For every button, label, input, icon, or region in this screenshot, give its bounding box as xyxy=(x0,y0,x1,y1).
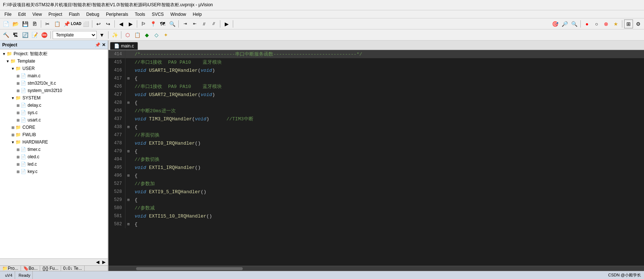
save-all-btn[interactable]: 🖹 xyxy=(30,20,39,28)
line-code-581[interactable]: void EXTI15_10_IRQHandler() xyxy=(132,212,644,220)
copy2-btn[interactable]: 📋 xyxy=(133,31,142,39)
expand-fwlib[interactable]: ⊞ xyxy=(10,133,15,137)
tree-delay-c[interactable]: ⊞ 📄 delay.c xyxy=(0,102,108,109)
expand-main-c[interactable]: ⊞ xyxy=(15,74,21,78)
expand-timer[interactable]: ⊞ xyxy=(15,148,21,152)
run-btn[interactable]: ▶ xyxy=(222,20,231,28)
expand-led[interactable]: ⊞ xyxy=(15,162,21,166)
line-expand-496[interactable]: ⊞ xyxy=(125,172,132,180)
save-btn[interactable]: 💾 xyxy=(21,20,29,28)
line-code-415[interactable]: //串口1接收 PA9 PA10 蓝牙模块 xyxy=(132,58,644,66)
uncomment-btn[interactable]: // xyxy=(209,20,218,28)
line-expand-428[interactable]: ⊞ xyxy=(125,99,132,107)
grid-view-btn[interactable]: ⊞ xyxy=(624,20,633,28)
tree-system-folder[interactable]: ▼ 📁 SYSTEM xyxy=(0,94,108,102)
new-file-btn[interactable]: 📄 xyxy=(1,20,10,28)
expand-stm32f10x[interactable]: ⊞ xyxy=(15,81,21,85)
scroll-track[interactable] xyxy=(109,267,643,270)
tree-main-c[interactable]: ⊞ 📄 main.c xyxy=(0,72,108,80)
bottom-tab-bo[interactable]: 🔖 Bo... xyxy=(21,266,40,271)
code-content[interactable]: 414 /*---------------------------------串… xyxy=(108,50,644,266)
line-code-529[interactable]: { xyxy=(132,196,644,204)
hex-btn[interactable]: ⬡ xyxy=(123,31,132,39)
cut-btn[interactable]: ✂ xyxy=(43,20,52,28)
redo-btn[interactable]: ↪ xyxy=(104,20,113,28)
btn10[interactable]: 🔍 xyxy=(168,20,177,28)
flag-btn[interactable]: 🏳 xyxy=(139,20,148,28)
tree-template[interactable]: ▼ 📁 Template xyxy=(0,57,108,65)
stop-btn[interactable]: ⛔ xyxy=(40,31,49,39)
tree-hardware-folder[interactable]: ▼ 📁 HARDWARE xyxy=(0,138,108,146)
bottom-tab-pro[interactable]: 📁 Pro... xyxy=(0,266,21,271)
line-code-427[interactable]: void USART2_IRQHandler(void) xyxy=(132,91,644,99)
line-code-416[interactable]: void USART1_IRQHandler(void) xyxy=(132,66,644,74)
line-code-527[interactable]: //参数加 xyxy=(132,180,644,188)
line-code-494[interactable]: //参数切换 xyxy=(132,155,644,163)
expand-sys[interactable]: ⊞ xyxy=(15,111,21,115)
menu-item-window[interactable]: Window xyxy=(167,11,189,18)
menu-item-help[interactable]: Help xyxy=(190,11,205,18)
inspect-btn[interactable]: 🔎 xyxy=(560,20,569,28)
tab-main-c[interactable]: 📄 main.c xyxy=(110,42,138,50)
line-code-436[interactable]: //中断20ms进一次 xyxy=(132,107,644,115)
red-x[interactable]: ⊗ xyxy=(602,20,611,28)
scroll-thumb[interactable] xyxy=(136,267,243,270)
tree-system-stm32[interactable]: ⊞ 📄 system_stm32f10 xyxy=(0,87,108,94)
line-expand-417[interactable]: ⊞ xyxy=(125,74,132,82)
btn5[interactable]: ⬜ xyxy=(81,20,90,28)
load-btn[interactable]: LOAD xyxy=(72,20,81,28)
expand-project-root[interactable]: ▼ xyxy=(1,52,7,56)
back-btn[interactable]: ◀ xyxy=(117,20,125,28)
line-code-478[interactable]: void EXTI0_IRQHandler() xyxy=(132,139,644,147)
magic-btn[interactable]: ✨ xyxy=(110,31,119,39)
line-code-528[interactable]: void EXTI9_5_IRQHandler() xyxy=(132,188,644,196)
tree-project-root[interactable]: ▼ 📁 Project: 智能衣柜 xyxy=(0,50,108,57)
menu-item-peripherals[interactable]: Peripherals xyxy=(103,11,131,18)
line-expand-438[interactable]: ⊞ xyxy=(125,123,132,131)
line-code-477[interactable]: //界面切换 xyxy=(132,131,644,139)
expand-usart[interactable]: ⊞ xyxy=(15,118,21,122)
tree-sys-c[interactable]: ⊞ 📄 sys.c xyxy=(0,109,108,116)
menu-item-debug[interactable]: Debug xyxy=(83,11,102,18)
build-all-btn[interactable]: 🏗 xyxy=(11,31,20,39)
scroll-right-arrow[interactable]: ▶ xyxy=(101,259,107,265)
paste-btn[interactable]: 📌 xyxy=(62,20,71,28)
tree-fwlib-folder[interactable]: ⊞ 📁 FWLIB xyxy=(0,131,108,138)
white-circle[interactable]: ○ xyxy=(592,20,601,28)
line-expand-529[interactable]: ⊞ xyxy=(125,196,132,204)
star-gold[interactable]: ✦ xyxy=(161,31,170,39)
menu-item-project[interactable]: Project xyxy=(46,11,65,18)
outdent-btn[interactable]: ⇤ xyxy=(190,20,199,28)
expand-delay[interactable]: ⊞ xyxy=(15,103,21,107)
expand-system-stm32[interactable]: ⊞ xyxy=(15,89,21,93)
target-btn[interactable]: 🎯 xyxy=(551,20,559,28)
rebuild-btn[interactable]: 🔄 xyxy=(21,31,29,39)
expand-system[interactable]: ▼ xyxy=(10,96,15,100)
line-expand-582[interactable]: ⊞ xyxy=(125,220,132,228)
menu-item-file[interactable]: File xyxy=(1,11,14,18)
line-code-479[interactable]: { xyxy=(132,147,644,155)
settings-btn[interactable]: ⚙ xyxy=(634,20,643,28)
expand-key[interactable]: ⊞ xyxy=(15,170,21,174)
build-btn[interactable]: 🔨 xyxy=(1,31,10,39)
expand-user[interactable]: ▼ xyxy=(10,67,15,71)
undo-btn[interactable]: ↩ xyxy=(94,20,103,28)
comment-btn[interactable]: // xyxy=(200,20,209,28)
line-expand-479[interactable]: ⊞ xyxy=(125,147,132,155)
expand-core[interactable]: ⊞ xyxy=(10,126,15,130)
menu-item-tools[interactable]: Tools xyxy=(132,11,148,18)
pin-icon[interactable]: 📌 xyxy=(95,42,100,47)
search-btn[interactable]: 🔍 xyxy=(570,20,579,28)
translate-btn[interactable]: 📝 xyxy=(30,31,39,39)
fwd-btn[interactable]: ▶ xyxy=(126,20,135,28)
tree-key-c[interactable]: ⊞ 📄 key.c xyxy=(0,168,108,175)
line-code-495[interactable]: void EXTI1_IRQHandler() xyxy=(132,163,644,172)
tree-led-c[interactable]: ⊞ 📄 led.c xyxy=(0,160,108,168)
menu-item-edit[interactable]: Edit xyxy=(15,11,29,18)
tree-user-folder[interactable]: ▼ 📁 USER xyxy=(0,65,108,72)
copy-btn[interactable]: 📋 xyxy=(53,20,61,28)
h-scrollbar[interactable] xyxy=(108,266,644,271)
line-code-580[interactable]: //参数减 xyxy=(132,204,644,212)
tree-timer-c[interactable]: ⊞ 📄 timer.c xyxy=(0,146,108,153)
btn9[interactable]: 🗺 xyxy=(158,20,167,28)
